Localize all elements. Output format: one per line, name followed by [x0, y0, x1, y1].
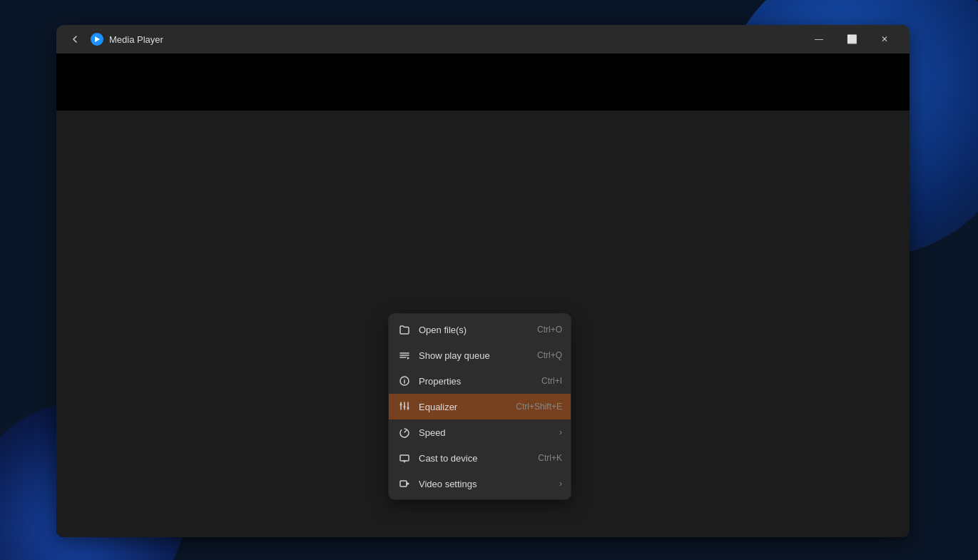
equalizer-icon — [397, 399, 412, 414]
properties-label: Properties — [419, 376, 536, 387]
folder-icon — [397, 322, 412, 337]
equalizer-label: Equalizer — [419, 402, 510, 412]
header-bar — [56, 54, 910, 111]
video-settings-arrow-icon: › — [559, 479, 562, 489]
app-icon — [91, 33, 103, 46]
window-controls: — ⬜ ✕ — [803, 25, 901, 54]
info-icon — [397, 374, 412, 388]
speed-label: Speed — [419, 427, 551, 438]
minimize-button[interactable]: — — [803, 25, 835, 54]
open-files-shortcut: Ctrl+O — [537, 325, 562, 335]
properties-shortcut: Ctrl+I — [541, 376, 562, 386]
svg-point-15 — [407, 407, 409, 409]
show-play-queue-shortcut: Ctrl+Q — [537, 350, 562, 360]
media-player-window: Media Player — ⬜ ✕ Open file(s) Ctr — [56, 25, 910, 537]
svg-point-12 — [404, 406, 406, 408]
context-menu: Open file(s) Ctrl+O Show play queue — [389, 314, 571, 499]
svg-point-9 — [400, 404, 402, 406]
svg-rect-17 — [400, 455, 409, 461]
menu-item-properties[interactable]: Properties Ctrl+I — [389, 368, 571, 394]
svg-line-16 — [404, 430, 407, 432]
back-button[interactable] — [65, 29, 85, 49]
menu-item-show-play-queue[interactable]: Show play queue Ctrl+Q — [389, 342, 571, 368]
svg-rect-20 — [400, 481, 407, 487]
player-content: Open file(s) Ctrl+O Show play queue — [56, 54, 910, 537]
video-settings-icon — [397, 477, 412, 491]
menu-item-open-files[interactable]: Open file(s) Ctrl+O — [389, 317, 571, 342]
video-settings-label: Video settings — [419, 479, 551, 489]
open-files-label: Open file(s) — [419, 325, 531, 335]
cast-to-device-shortcut: Ctrl+K — [538, 453, 562, 463]
queue-icon — [397, 348, 412, 362]
svg-marker-21 — [407, 483, 409, 485]
svg-marker-3 — [407, 357, 409, 360]
svg-point-6 — [404, 379, 405, 380]
cast-to-device-label: Cast to device — [419, 453, 532, 464]
menu-item-video-settings[interactable]: Video settings › — [389, 471, 571, 497]
speed-arrow-icon: › — [559, 427, 562, 437]
menu-item-cast-to-device[interactable]: Cast to device Ctrl+K — [389, 445, 571, 471]
equalizer-shortcut: Ctrl+Shift+E — [516, 402, 562, 412]
main-area: Open file(s) Ctrl+O Show play queue — [56, 111, 910, 537]
menu-item-speed[interactable]: Speed › — [389, 419, 571, 445]
menu-item-equalizer[interactable]: Equalizer Ctrl+Shift+E — [389, 394, 571, 419]
speed-icon — [397, 425, 412, 439]
close-button[interactable]: ✕ — [868, 25, 901, 54]
titlebar: Media Player — ⬜ ✕ — [56, 25, 910, 54]
maximize-button[interactable]: ⬜ — [835, 25, 868, 54]
show-play-queue-label: Show play queue — [419, 350, 531, 361]
window-title: Media Player — [109, 34, 803, 45]
cast-icon — [397, 451, 412, 465]
